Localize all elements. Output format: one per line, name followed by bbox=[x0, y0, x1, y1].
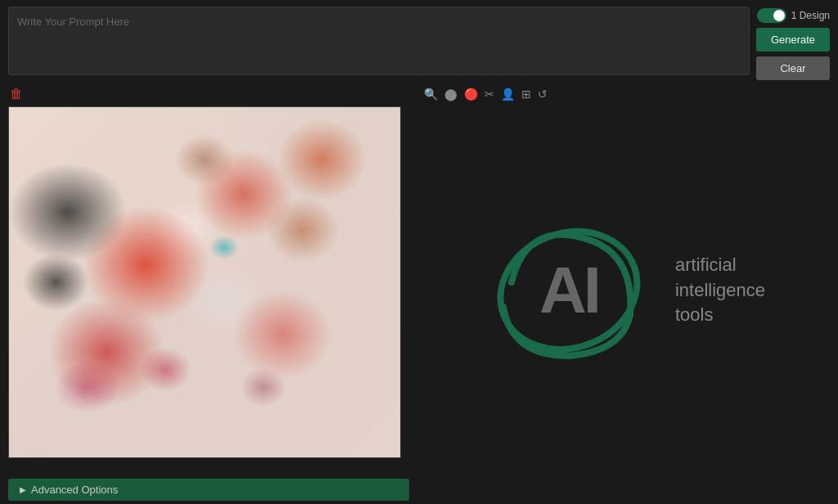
toggle-label: 1 Design bbox=[791, 10, 830, 21]
design-toggle[interactable] bbox=[757, 8, 786, 23]
generated-image bbox=[8, 106, 401, 458]
generate-button[interactable]: Generate bbox=[756, 28, 830, 52]
color-circle-icon[interactable]: ⬤ bbox=[444, 88, 457, 101]
ai-desc-line1: artificial bbox=[675, 253, 765, 278]
top-prompt-area: 1 Design Generate Clear bbox=[0, 0, 838, 82]
toggle-knob bbox=[773, 10, 785, 21]
right-panel: 🔍 ⬤ 🔴 ✂ 👤 ⊞ ↺ AI artificial intelligence… bbox=[422, 82, 830, 475]
advanced-options-button[interactable]: ▶ Advanced Options bbox=[8, 479, 409, 501]
design-count-row: 1 Design bbox=[757, 8, 830, 23]
main-content: 🗑 🔍 ⬤ 🔴 ✂ 👤 ⊞ ↺ AI bbox=[0, 82, 838, 475]
paint-icon[interactable]: 🔴 bbox=[464, 88, 478, 101]
zoom-in-icon[interactable]: 🔍 bbox=[424, 88, 438, 101]
crop-icon[interactable]: ✂ bbox=[484, 88, 494, 101]
top-right-controls: 1 Design Generate Clear bbox=[756, 7, 830, 75]
delete-icon[interactable]: 🗑 bbox=[10, 87, 23, 101]
clear-button[interactable]: Clear bbox=[756, 56, 830, 80]
image-toolbar: 🗑 bbox=[8, 82, 417, 106]
grid-icon[interactable]: ⊞ bbox=[521, 88, 531, 101]
ai-logo-area: AI artificial intelligence tools bbox=[422, 106, 830, 475]
ai-circle-logo: AI bbox=[487, 209, 651, 372]
ai-description-text: artificial intelligence tools bbox=[675, 253, 765, 328]
left-panel: 🗑 bbox=[8, 82, 417, 475]
watercolor-image bbox=[9, 107, 400, 457]
bottom-bar: ▶ Advanced Options bbox=[0, 475, 838, 504]
right-toolbar: 🔍 ⬤ 🔴 ✂ 👤 ⊞ ↺ bbox=[422, 82, 830, 106]
ai-desc-line3: tools bbox=[675, 303, 765, 328]
ai-logo-text: AI bbox=[539, 253, 598, 328]
person-icon[interactable]: 👤 bbox=[501, 88, 515, 101]
ai-desc-line2: intelligence bbox=[675, 278, 765, 304]
prompt-input[interactable] bbox=[8, 7, 750, 75]
refresh-icon[interactable]: ↺ bbox=[538, 88, 547, 101]
advanced-options-label: Advanced Options bbox=[31, 484, 118, 496]
chevron-right-icon: ▶ bbox=[20, 485, 26, 494]
